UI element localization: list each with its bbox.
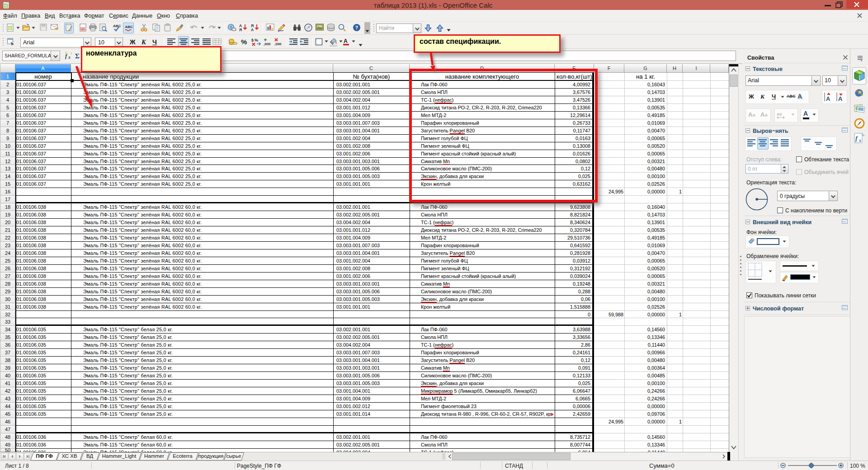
svg-text:PDF: PDF — [81, 28, 86, 30]
svg-text:x: x — [859, 138, 861, 143]
svg-text:%: % — [255, 38, 258, 42]
svg-text:AV: AV — [777, 112, 782, 117]
svg-text:ABC: ABC — [113, 24, 121, 28]
svg-text:,000: ,000 — [264, 42, 271, 46]
svg-text:A: A — [838, 95, 843, 102]
svg-text:Я: Я — [239, 28, 242, 32]
svg-text:A: A — [344, 38, 348, 44]
svg-text:А: А — [251, 28, 254, 32]
svg-text:x: x — [68, 55, 71, 60]
svg-text:?: ? — [355, 25, 359, 30]
svg-text:Σ: Σ — [75, 52, 80, 60]
svg-text:,000: ,000 — [274, 42, 282, 46]
svg-text:A: A — [826, 95, 830, 102]
svg-text:$: $ — [251, 38, 254, 42]
svg-text:ABC: ABC — [125, 25, 133, 29]
